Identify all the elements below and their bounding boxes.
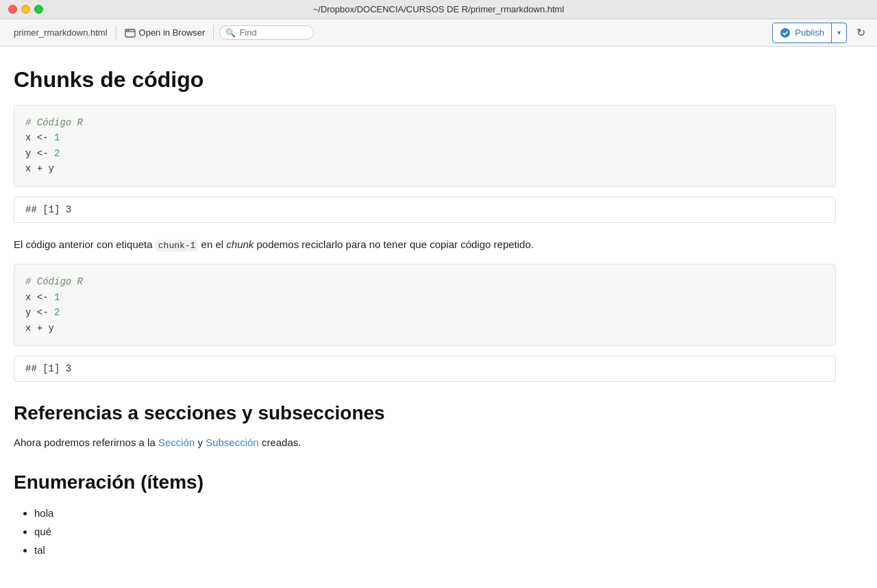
open-browser-icon xyxy=(125,27,136,38)
search-input[interactable] xyxy=(239,27,308,38)
section2-heading: Referencias a secciones y subsecciones xyxy=(14,402,836,424)
search-icon: 🔍 xyxy=(225,28,236,38)
section3-heading: Enumeración (ítems) xyxy=(14,471,836,493)
publish-dropdown-button[interactable]: ▾ xyxy=(831,23,846,42)
open-in-browser-button[interactable]: Open in Browser xyxy=(118,25,212,41)
list-item: hola xyxy=(34,504,836,522)
code-block-1: # Código R x <- 1 y <- 2 x + y xyxy=(14,105,836,187)
paragraph-1: El código anterior con etiqueta chunk-1 … xyxy=(14,236,836,254)
svg-point-3 xyxy=(780,28,790,38)
code-var-y2: y xyxy=(25,307,31,318)
code-assign-2: <- xyxy=(37,148,54,159)
para2-start: Ahora podremos referirnos a la xyxy=(14,437,158,448)
code-num-1: 1 xyxy=(54,132,60,143)
filename-label: primer_rmarkdown.html xyxy=(7,27,114,38)
publish-main-button[interactable]: Publish xyxy=(773,25,831,41)
items-list: holaquétal xyxy=(34,504,836,559)
code-num-3: 1 xyxy=(54,292,60,303)
svg-point-1 xyxy=(126,29,127,31)
output-text-1: ## [1] 3 xyxy=(25,204,71,215)
window-title: ~/Dropbox/DOCENCIA/CURSOS DE R/primer_rm… xyxy=(313,4,565,14)
para2-mid: y xyxy=(197,437,206,448)
refresh-button[interactable]: ↻ xyxy=(851,23,870,42)
list-item: tal xyxy=(34,541,836,559)
code-block-2: # Código R x <- 1 y <- 2 x + y xyxy=(14,264,836,346)
open-in-browser-label: Open in Browser xyxy=(139,27,206,38)
subsection-link[interactable]: Subsección xyxy=(206,437,259,448)
output-block-1: ## [1] 3 xyxy=(14,197,836,223)
output-block-2: ## [1] 3 xyxy=(14,356,836,382)
publish-button-group: Publish ▾ xyxy=(772,23,847,43)
paragraph-2: Ahora podremos referirnos a la Sección y… xyxy=(14,434,836,451)
output-text-2: ## [1] 3 xyxy=(25,363,71,374)
code-assign-3: <- xyxy=(37,292,54,303)
code-assign-4: <- xyxy=(37,307,54,318)
toolbar-separator xyxy=(116,25,116,40)
inline-code-chunk1: chunk-1 xyxy=(156,240,199,252)
publish-label: Publish xyxy=(795,27,824,38)
para1-end: podemos reciclarlo para no tener que cop… xyxy=(257,238,534,250)
para2-end: creadas. xyxy=(262,437,301,448)
code-assign-1: <- xyxy=(37,132,54,143)
list-item: qué xyxy=(34,522,836,541)
code-var-x1: x xyxy=(25,132,31,143)
code-comment-1: # Código R xyxy=(25,117,83,128)
code-line3-2: x + y xyxy=(25,323,54,334)
chevron-down-icon: ▾ xyxy=(837,29,841,36)
para1-start: El código anterior con etiqueta xyxy=(14,238,153,250)
svg-point-2 xyxy=(128,29,129,31)
para1-em: chunk xyxy=(226,238,254,250)
code-var-x2: x xyxy=(25,292,31,303)
minimize-button[interactable] xyxy=(21,5,30,14)
fullscreen-button[interactable] xyxy=(34,5,43,14)
main-content: Chunks de código # Código R x <- 1 y <- … xyxy=(0,47,863,588)
publish-icon xyxy=(780,27,791,38)
toolbar: primer_rmarkdown.html Open in Browser 🔍 … xyxy=(0,19,877,47)
titlebar: ~/Dropbox/DOCENCIA/CURSOS DE R/primer_rm… xyxy=(0,0,877,19)
code-comment-2: # Código R xyxy=(25,276,83,287)
traffic-lights xyxy=(8,5,43,14)
code-var-y1: y xyxy=(25,148,31,159)
para1-mid: en el xyxy=(201,238,227,250)
close-button[interactable] xyxy=(8,5,17,14)
code-num-4: 2 xyxy=(54,307,60,318)
section1-heading: Chunks de código xyxy=(14,67,836,93)
search-box[interactable]: 🔍 xyxy=(219,25,314,40)
refresh-icon: ↻ xyxy=(856,26,865,39)
code-line3-1: x + y xyxy=(25,163,54,174)
toolbar-separator-2 xyxy=(213,25,214,40)
code-num-2: 2 xyxy=(54,148,60,159)
section-link[interactable]: Sección xyxy=(158,437,195,448)
